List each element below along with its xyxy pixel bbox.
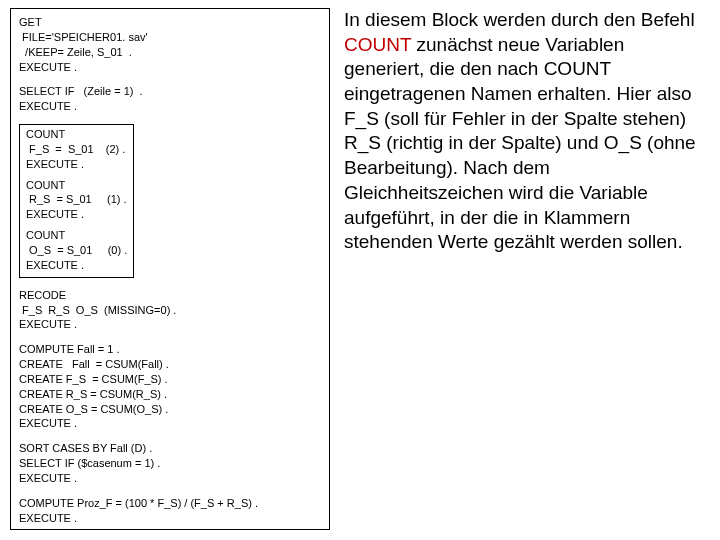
code-text: COUNT O_S = S_01 (0) . EXECUTE .: [26, 228, 127, 273]
code-panel: GET FILE='SPEICHER01. sav' /KEEP= Zeile,…: [10, 8, 330, 530]
explanation-panel: In diesem Block werden durch den Befehl …: [330, 8, 710, 530]
code-text: COUNT R_S = S_01 (1) . EXECUTE .: [26, 178, 127, 223]
text-run: In diesem Block werden durch den Befehl: [344, 9, 695, 30]
explanation-paragraph: In diesem Block werden durch den Befehl …: [344, 8, 702, 255]
code-text: RECODE F_S R_S O_S (MISSING=0) . EXECUTE…: [19, 288, 321, 333]
code-block-sort-select: SORT CASES BY Fall (D) . SELECT IF ($cas…: [19, 441, 321, 486]
text-run: zunächst neue Variablen generiert, die d…: [344, 34, 696, 253]
code-text: COUNT F_S = S_01 (2) . EXECUTE .: [26, 127, 127, 172]
code-block-count-rs: COUNT R_S = S_01 (1) . EXECUTE .: [26, 178, 127, 223]
keyword-count: COUNT: [344, 34, 411, 55]
code-text: SELECT IF (Zeile = 1) . EXECUTE .: [19, 84, 321, 114]
code-text: SORT CASES BY Fall (D) . SELECT IF ($cas…: [19, 441, 321, 486]
code-text: COMPUTE Proz_F = (100 * F_S) / (F_S + R_…: [19, 496, 321, 526]
code-block-compute-create: COMPUTE Fall = 1 . CREATE Fall = CSUM(Fa…: [19, 342, 321, 431]
code-text: GET FILE='SPEICHER01. sav' /KEEP= Zeile,…: [19, 15, 321, 74]
code-text: COMPUTE Fall = 1 . CREATE Fall = CSUM(Fa…: [19, 342, 321, 431]
code-block-select1: SELECT IF (Zeile = 1) . EXECUTE .: [19, 84, 321, 114]
code-block-compute-proz: COMPUTE Proz_F = (100 * F_S) / (F_S + R_…: [19, 496, 321, 526]
highlighted-count-block: COUNT F_S = S_01 (2) . EXECUTE . COUNT R…: [19, 124, 134, 278]
code-block-count-os: COUNT O_S = S_01 (0) . EXECUTE .: [26, 228, 127, 273]
code-block-get: GET FILE='SPEICHER01. sav' /KEEP= Zeile,…: [19, 15, 321, 74]
code-block-count-fs: COUNT F_S = S_01 (2) . EXECUTE .: [26, 127, 127, 172]
code-block-recode: RECODE F_S R_S O_S (MISSING=0) . EXECUTE…: [19, 288, 321, 333]
slide: GET FILE='SPEICHER01. sav' /KEEP= Zeile,…: [0, 0, 720, 540]
